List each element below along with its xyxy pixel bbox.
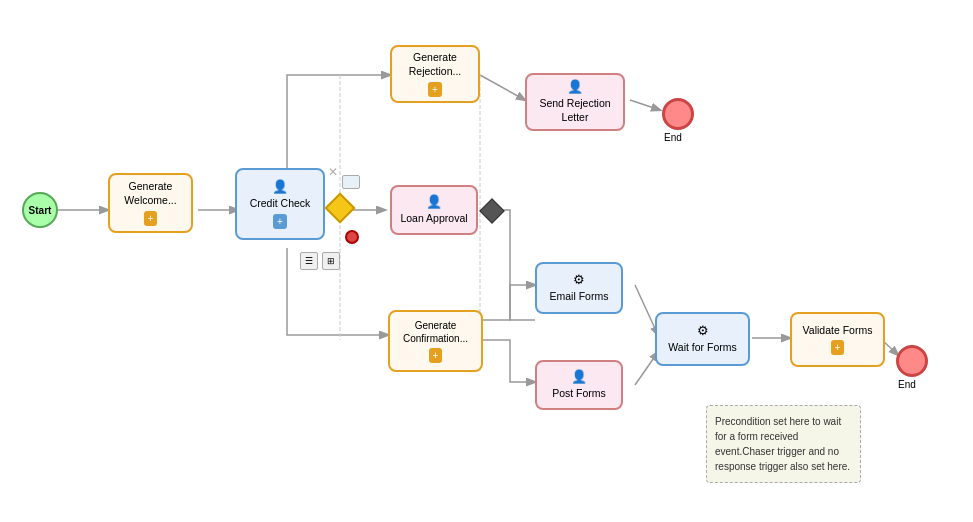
email-forms-label: Email Forms bbox=[550, 290, 609, 304]
user-icon: 👤 bbox=[272, 179, 288, 196]
validate-forms-label: Validate Forms bbox=[803, 324, 873, 338]
send-rejection-label: Send RejectionLetter bbox=[539, 97, 610, 124]
user-icon-send: 👤 bbox=[567, 79, 583, 96]
post-forms-node[interactable]: 👤 Post Forms bbox=[535, 360, 623, 410]
error-indicator bbox=[345, 230, 359, 244]
generate-welcome-label: GenerateWelcome... bbox=[124, 180, 176, 207]
svg-line-2 bbox=[480, 75, 525, 100]
gear-icon-email: ⚙ bbox=[573, 272, 585, 289]
list-icon: ☰ bbox=[300, 252, 318, 270]
generate-confirmation-label: GenerateConfirmation... bbox=[403, 319, 468, 345]
tooltip-box: Precondition set here to wait for a form… bbox=[706, 405, 861, 483]
grid-icon: ⊞ bbox=[322, 252, 340, 270]
wait-for-forms-node[interactable]: ⚙ Wait for Forms bbox=[655, 312, 750, 366]
generate-confirmation-plus: + bbox=[429, 348, 443, 363]
loan-approval-label: Loan Approval bbox=[400, 212, 467, 226]
end-label-1: End bbox=[653, 132, 693, 143]
small-rect-icon bbox=[342, 175, 360, 189]
validate-forms-plus: + bbox=[831, 340, 845, 355]
end-node-1 bbox=[662, 98, 694, 130]
credit-check-label: Credit Check bbox=[250, 197, 311, 211]
user-icon-post: 👤 bbox=[571, 369, 587, 386]
generate-welcome-plus: + bbox=[144, 211, 158, 226]
end-label-2: End bbox=[887, 379, 927, 390]
credit-check-node[interactable]: 👤 Credit Check + bbox=[235, 168, 325, 240]
email-forms-node[interactable]: ⚙ Email Forms bbox=[535, 262, 623, 314]
generate-rejection-node[interactable]: GenerateRejection... + bbox=[390, 45, 480, 103]
close-icon: ✕ bbox=[328, 165, 338, 179]
end-node-2 bbox=[896, 345, 928, 377]
start-node: Start bbox=[22, 192, 58, 228]
send-rejection-node[interactable]: 👤 Send RejectionLetter bbox=[525, 73, 625, 131]
validate-forms-node[interactable]: Validate Forms + bbox=[790, 312, 885, 367]
wait-for-forms-label: Wait for Forms bbox=[668, 341, 736, 355]
svg-line-3 bbox=[630, 100, 660, 110]
diamond-gateway[interactable] bbox=[324, 192, 355, 223]
generate-rejection-label: GenerateRejection... bbox=[409, 51, 462, 78]
generate-rejection-plus: + bbox=[428, 82, 442, 97]
mini-icon-row: ☰ ⊞ bbox=[300, 252, 340, 270]
post-forms-label: Post Forms bbox=[552, 387, 606, 401]
loan-approval-node[interactable]: 👤 Loan Approval bbox=[390, 185, 478, 235]
tooltip-text: Precondition set here to wait for a form… bbox=[715, 416, 850, 472]
gear-icon-wait: ⚙ bbox=[697, 323, 709, 340]
user-icon-loan: 👤 bbox=[426, 194, 442, 211]
generate-welcome-node[interactable]: GenerateWelcome... + bbox=[108, 173, 193, 233]
diamond-gateway-2[interactable] bbox=[479, 198, 504, 223]
generate-confirmation-node[interactable]: GenerateConfirmation... + bbox=[388, 310, 483, 372]
credit-check-plus: + bbox=[273, 214, 287, 229]
start-label: Start bbox=[29, 204, 52, 217]
